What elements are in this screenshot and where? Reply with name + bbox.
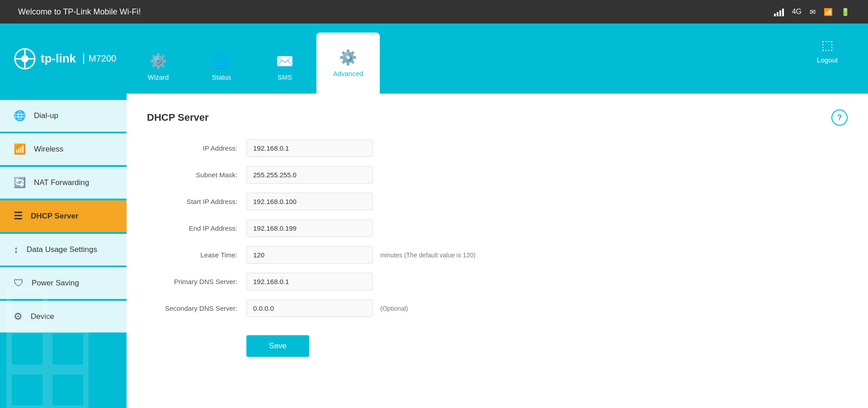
wizard-icon: ⚙️ xyxy=(149,52,167,70)
logo-area: tp-link M7200 xyxy=(0,24,127,94)
svg-rect-7 xyxy=(50,331,86,367)
logo-icon xyxy=(14,47,36,70)
form-row-lease-time: Lease Time: minutes (The default value i… xyxy=(147,246,848,264)
sms-icon: ✉️ xyxy=(276,52,294,70)
label-lease-time: Lease Time: xyxy=(147,251,246,259)
wifi-icon: 📶 xyxy=(824,8,833,16)
note-secondary-dns: (Optional) xyxy=(380,305,408,312)
form-row-secondary-dns: Secondary DNS Server: (Optional) xyxy=(147,299,848,317)
sidebar-item-data-usage[interactable]: ↕ Data Usage Settings xyxy=(0,234,127,266)
message-icon: ✉ xyxy=(810,8,816,16)
tab-status[interactable]: 🌐 Status xyxy=(190,39,253,94)
dialup-icon: 🌐 xyxy=(14,110,26,122)
form-row-end-ip: End IP Address: xyxy=(147,219,848,237)
logo-model: M7200 xyxy=(83,53,116,64)
sidebar-item-dhcp[interactable]: ☰ DHCP Server xyxy=(0,200,127,232)
form-row-subnet-mask: Subnet Mask: xyxy=(147,166,848,184)
input-start-ip[interactable] xyxy=(246,193,373,210)
tab-wizard-label: Wizard xyxy=(148,73,169,81)
sidebar-label-dhcp: DHCP Server xyxy=(31,212,79,221)
logout-button[interactable]: ⬚ Logout xyxy=(796,24,859,78)
device-icon: ⚙ xyxy=(14,311,23,323)
wireless-icon: 📶 xyxy=(14,143,26,155)
svg-point-3 xyxy=(21,55,28,62)
page-title: DHCP Server xyxy=(147,112,209,123)
sidebar-item-dialup[interactable]: 🌐 Dial-up xyxy=(0,100,127,132)
main-container: tp-link M7200 ⚙️ Wizard 🌐 Status ✉️ SMS … xyxy=(0,24,868,408)
label-subnet-mask: Subnet Mask: xyxy=(147,171,246,179)
form-row-ip-address: IP Address: xyxy=(147,139,848,157)
form-row-primary-dns: Primary DNS Server: xyxy=(147,273,848,290)
advanced-icon: ⚙️ xyxy=(339,49,357,66)
sidebar-label-device: Device xyxy=(31,312,54,321)
tab-advanced[interactable]: ⚙️ Advanced xyxy=(316,33,380,94)
input-ip-address[interactable] xyxy=(246,139,373,157)
logout-icon: ⬚ xyxy=(821,38,833,52)
sidebar-label-data-usage: Data Usage Settings xyxy=(27,245,97,254)
dhcp-icon: ☰ xyxy=(14,210,23,222)
svg-rect-6 xyxy=(50,372,86,408)
input-secondary-dns[interactable] xyxy=(246,299,373,317)
sidebar-label-wireless: Wireless xyxy=(34,145,63,154)
battery-icon: 🔋 xyxy=(841,8,850,16)
input-subnet-mask[interactable] xyxy=(246,166,373,184)
label-end-ip: End IP Address: xyxy=(147,224,246,232)
input-lease-time[interactable] xyxy=(246,246,373,264)
tab-status-label: Status xyxy=(212,73,231,81)
data-usage-icon: ↕ xyxy=(14,244,19,256)
power-saving-icon: 🛡 xyxy=(14,277,24,289)
sidebar-item-device[interactable]: ⚙ Device xyxy=(0,301,127,332)
help-icon[interactable]: ? xyxy=(831,109,848,126)
tab-sms-label: SMS xyxy=(278,73,292,81)
top-bar: Welcome to TP-Link Mobile Wi-Fi! 4G ✉ 📶 … xyxy=(0,0,868,24)
sidebar-item-wireless[interactable]: 📶 Wireless xyxy=(0,133,127,165)
main-content: DHCP Server ? IP Address: Subnet Mask: xyxy=(127,94,868,408)
nav-tabs: ⚙️ Wizard 🌐 Status ✉️ SMS ⚙️ Advanced xyxy=(127,24,380,94)
nat-icon: 🔄 xyxy=(14,177,26,189)
signal-icon xyxy=(774,7,784,16)
logout-label: Logout xyxy=(817,56,838,64)
tab-advanced-label: Advanced xyxy=(333,70,363,77)
sidebar-item-nat[interactable]: 🔄 NAT Forwarding xyxy=(0,167,127,199)
sidebar-label-power-saving: Power Saving xyxy=(32,279,79,288)
tab-wizard[interactable]: ⚙️ Wizard xyxy=(127,39,190,94)
dhcp-form: IP Address: Subnet Mask: Start IP Addres… xyxy=(147,139,848,317)
save-button[interactable]: Save xyxy=(246,335,309,357)
label-primary-dns: Primary DNS Server: xyxy=(147,278,246,285)
input-end-ip[interactable] xyxy=(246,219,373,237)
svg-rect-5 xyxy=(9,372,45,408)
sidebar-item-power-saving[interactable]: 🛡 Power Saving xyxy=(0,267,127,299)
top-bar-title: Welcome to TP-Link Mobile Wi-Fi! xyxy=(18,7,141,17)
status-icons: 4G ✉ 📶 🔋 xyxy=(774,7,850,16)
input-primary-dns[interactable] xyxy=(246,273,373,290)
note-lease-time: minutes (The default value is 120) xyxy=(380,251,476,259)
label-ip-address: IP Address: xyxy=(147,144,246,152)
label-start-ip: Start IP Address: xyxy=(147,198,246,205)
tab-sms[interactable]: ✉️ SMS xyxy=(253,39,316,94)
form-row-start-ip: Start IP Address: xyxy=(147,193,848,210)
sidebar-label-dialup: Dial-up xyxy=(34,111,58,120)
page-title-row: DHCP Server ? xyxy=(147,109,848,126)
network-type-label: 4G xyxy=(792,8,802,16)
svg-rect-4 xyxy=(9,331,45,367)
content-area: 🌐 Dial-up 📶 Wireless 🔄 NAT Forwarding ☰ … xyxy=(0,94,868,408)
header-nav: tp-link M7200 ⚙️ Wizard 🌐 Status ✉️ SMS … xyxy=(0,24,868,94)
status-icon: 🌐 xyxy=(212,52,231,70)
label-secondary-dns: Secondary DNS Server: xyxy=(147,304,246,312)
sidebar: 🌐 Dial-up 📶 Wireless 🔄 NAT Forwarding ☰ … xyxy=(0,94,127,408)
sidebar-label-nat: NAT Forwarding xyxy=(34,178,89,187)
logo-text: tp-link xyxy=(41,52,76,66)
